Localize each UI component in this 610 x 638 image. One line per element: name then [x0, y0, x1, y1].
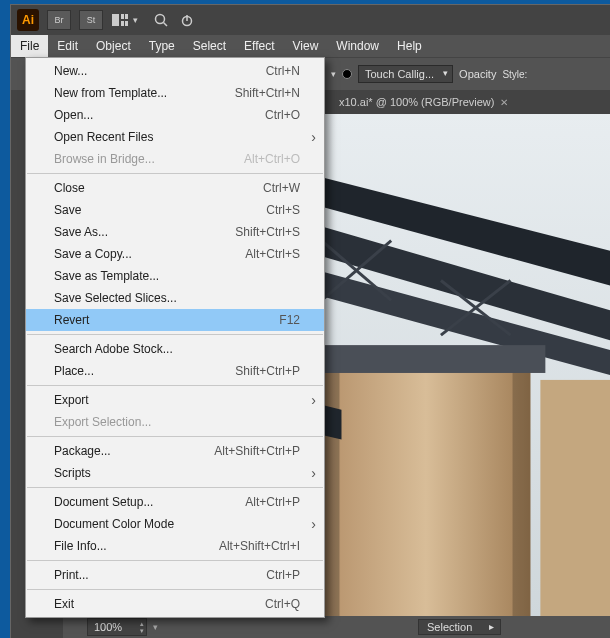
menu-item-shortcut: Ctrl+P	[266, 568, 300, 582]
menu-item-shortcut: Shift+Ctrl+N	[235, 86, 300, 100]
menu-item-shortcut: Shift+Ctrl+P	[235, 364, 300, 378]
menu-item-shortcut: Ctrl+W	[263, 181, 300, 195]
menu-item-label: Revert	[54, 313, 279, 327]
menu-item-label: Document Color Mode	[54, 517, 300, 531]
status-bar: 100% ▴▾ ▾ Selection	[63, 616, 610, 638]
menu-item-label: New from Template...	[54, 86, 235, 100]
menu-item-shortcut: F12	[279, 313, 300, 327]
chevron-down-icon[interactable]: ▾	[331, 69, 336, 79]
svg-point-5	[156, 15, 165, 24]
stroke-swatch[interactable]	[342, 69, 352, 79]
brush-dropdown[interactable]: Touch Callig...	[358, 65, 453, 83]
chevron-down-icon[interactable]: ▾	[133, 15, 138, 25]
svg-rect-4	[125, 21, 128, 26]
menu-item-open[interactable]: Open...Ctrl+O	[26, 104, 324, 126]
menu-item-label: Print...	[54, 568, 266, 582]
menu-view[interactable]: View	[284, 35, 328, 57]
menu-item-new[interactable]: New...Ctrl+N	[26, 60, 324, 82]
menu-item-save[interactable]: SaveCtrl+S	[26, 199, 324, 221]
svg-rect-23	[540, 380, 610, 616]
menu-item-file-info[interactable]: File Info...Alt+Shift+Ctrl+I	[26, 535, 324, 557]
ai-logo: Ai	[17, 9, 39, 31]
menu-item-shortcut: Ctrl+N	[266, 64, 300, 78]
menu-item-shortcut: Ctrl+S	[266, 203, 300, 217]
menu-edit[interactable]: Edit	[48, 35, 87, 57]
menu-item-new-from-template[interactable]: New from Template...Shift+Ctrl+N	[26, 82, 324, 104]
menu-item-place[interactable]: Place...Shift+Ctrl+P	[26, 360, 324, 382]
menu-item-shortcut: Alt+Shift+Ctrl+P	[214, 444, 300, 458]
menu-item-label: Save	[54, 203, 266, 217]
selection-dropdown[interactable]: Selection	[418, 619, 501, 635]
menu-item-shortcut: Alt+Ctrl+O	[244, 152, 300, 166]
tab-title: x10.ai* @ 100% (RGB/Preview)	[339, 96, 494, 108]
menu-help[interactable]: Help	[388, 35, 431, 57]
file-menu-dropdown: New...Ctrl+NNew from Template...Shift+Ct…	[25, 57, 325, 618]
svg-rect-2	[125, 14, 128, 19]
menu-item-export-selection: Export Selection...	[26, 411, 324, 433]
menu-window[interactable]: Window	[327, 35, 388, 57]
menu-item-label: Open...	[54, 108, 265, 122]
menu-item-export[interactable]: Export	[26, 389, 324, 411]
menu-item-save-as-template[interactable]: Save as Template...	[26, 265, 324, 287]
menu-item-package[interactable]: Package...Alt+Shift+Ctrl+P	[26, 440, 324, 462]
menu-item-shortcut: Alt+Ctrl+S	[245, 247, 300, 261]
menu-item-open-recent-files[interactable]: Open Recent Files	[26, 126, 324, 148]
svg-rect-21	[322, 360, 531, 616]
document-tab[interactable]: x10.ai* @ 100% (RGB/Preview) ✕	[331, 92, 516, 112]
power-icon[interactable]	[178, 10, 196, 30]
menu-separator	[27, 173, 323, 174]
menu-item-label: File Info...	[54, 539, 219, 553]
svg-rect-3	[121, 21, 124, 26]
close-icon[interactable]: ✕	[500, 97, 508, 108]
svg-rect-0	[112, 14, 119, 26]
menu-item-save-selected-slices[interactable]: Save Selected Slices...	[26, 287, 324, 309]
menu-item-document-color-mode[interactable]: Document Color Mode	[26, 513, 324, 535]
menu-item-exit[interactable]: ExitCtrl+Q	[26, 593, 324, 615]
bridge-icon[interactable]: Br	[47, 10, 71, 30]
menu-item-shortcut: Ctrl+Q	[265, 597, 300, 611]
menu-item-label: New...	[54, 64, 266, 78]
menu-effect[interactable]: Effect	[235, 35, 283, 57]
menu-select[interactable]: Select	[184, 35, 235, 57]
menubar: File Edit Object Type Select Effect View…	[11, 35, 610, 57]
stock-icon[interactable]: St	[79, 10, 103, 30]
menu-item-revert[interactable]: RevertF12	[26, 309, 324, 331]
svg-rect-29	[307, 345, 546, 373]
menu-item-label: Save As...	[54, 225, 235, 239]
menu-separator	[27, 436, 323, 437]
style-label: Style:	[502, 69, 527, 80]
menu-item-label: Close	[54, 181, 263, 195]
menu-separator	[27, 385, 323, 386]
menu-separator	[27, 334, 323, 335]
arrange-icon[interactable]	[111, 10, 129, 30]
menu-object[interactable]: Object	[87, 35, 140, 57]
menu-separator	[27, 560, 323, 561]
stepper-arrows-icon[interactable]: ▴▾	[140, 620, 144, 634]
menu-file[interactable]: File	[11, 35, 48, 57]
search-icon[interactable]	[152, 10, 170, 30]
zoom-field[interactable]: 100% ▴▾	[87, 618, 147, 636]
svg-rect-1	[121, 14, 124, 19]
menu-item-label: Open Recent Files	[54, 130, 300, 144]
menu-type[interactable]: Type	[140, 35, 184, 57]
menu-item-shortcut: Alt+Shift+Ctrl+I	[219, 539, 300, 553]
svg-rect-27	[513, 360, 531, 616]
menu-item-print[interactable]: Print...Ctrl+P	[26, 564, 324, 586]
menu-item-save-as[interactable]: Save As...Shift+Ctrl+S	[26, 221, 324, 243]
menu-item-label: Document Setup...	[54, 495, 245, 509]
menu-item-label: Place...	[54, 364, 235, 378]
menu-item-save-a-copy[interactable]: Save a Copy...Alt+Ctrl+S	[26, 243, 324, 265]
app-window: Ai Br St ▾ File Edit Object Type Select …	[10, 4, 610, 638]
menu-item-search-adobe-stock[interactable]: Search Adobe Stock...	[26, 338, 324, 360]
menu-item-label: Package...	[54, 444, 214, 458]
menu-item-label: Save a Copy...	[54, 247, 245, 261]
opacity-label: Opacity	[459, 68, 496, 80]
menu-item-shortcut: Ctrl+O	[265, 108, 300, 122]
menu-separator	[27, 487, 323, 488]
menu-separator	[27, 589, 323, 590]
menu-item-scripts[interactable]: Scripts	[26, 462, 324, 484]
chevron-down-icon[interactable]: ▾	[153, 622, 158, 632]
menu-item-close[interactable]: CloseCtrl+W	[26, 177, 324, 199]
menu-item-document-setup[interactable]: Document Setup...Alt+Ctrl+P	[26, 491, 324, 513]
menu-item-label: Search Adobe Stock...	[54, 342, 300, 356]
